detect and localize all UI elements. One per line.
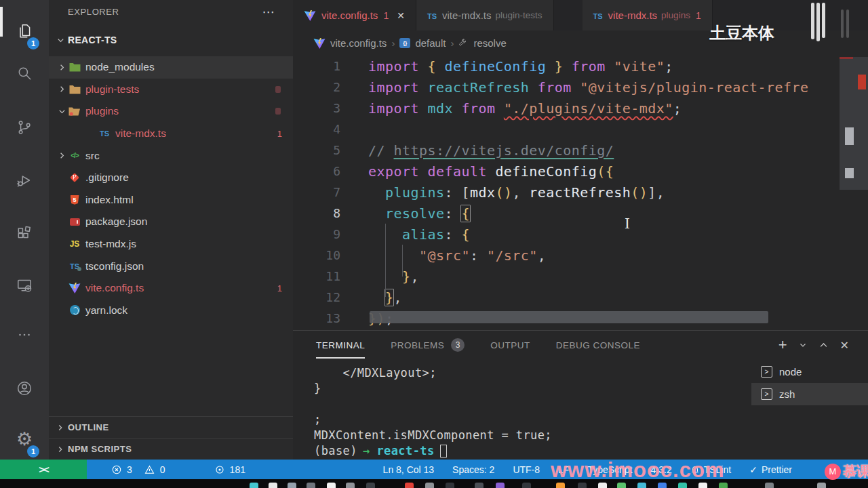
overview-mark — [845, 127, 854, 145]
file-label: package.json — [85, 216, 147, 228]
activity-item-settings[interactable]: ⚙1 — [0, 422, 49, 456]
ts-file-icon: TS — [98, 127, 111, 140]
wrench-icon — [458, 38, 469, 48]
status-item-utf-8[interactable]: UTF-8 — [513, 464, 540, 475]
file-label: vite-mdx.ts — [115, 127, 166, 140]
outline-section[interactable]: OUTLINE — [49, 416, 293, 438]
dock-app-icon[interactable] — [366, 483, 375, 488]
dock-app-icon[interactable] — [346, 483, 355, 488]
dock-app-icon[interactable] — [475, 483, 484, 488]
breadcrumb-member[interactable]: resolve — [473, 37, 506, 49]
editor-tab-viteconfigts[interactable]: vite.config.ts1✕ — [293, 0, 416, 30]
dock-app-icon[interactable] — [817, 483, 826, 488]
dock-app-icon[interactable] — [698, 483, 707, 488]
terminal-output[interactable]: </MDXLayout>;};MDXContent.isMDXComponent… — [314, 359, 552, 459]
dock-app-icon[interactable] — [327, 483, 336, 488]
tree-item-yarnlock[interactable]: yarn.lock — [49, 300, 293, 322]
dock-app-icon[interactable] — [446, 483, 454, 488]
search-icon — [16, 64, 33, 82]
dock-app-icon[interactable] — [307, 483, 315, 488]
line-number: 5 — [293, 143, 340, 157]
npm-scripts-section[interactable]: NPM SCRIPTS — [49, 438, 293, 460]
watermark-bars — [811, 3, 825, 41]
tree-item-plugins[interactable]: plugins — [49, 100, 293, 123]
breadcrumb-symbol[interactable]: default — [415, 37, 446, 49]
status-item-spaces-2[interactable]: Spaces: 2 — [452, 464, 494, 475]
code-token: export — [368, 163, 427, 180]
tree-item-indexhtml[interactable]: 5index.html — [49, 189, 293, 211]
tree-item-packagejson[interactable]: package.json — [49, 211, 293, 233]
dock-app-icon[interactable] — [765, 483, 774, 488]
activity-item-remote-explorer[interactable] — [0, 268, 49, 302]
dock-app-icon[interactable] — [522, 483, 531, 488]
chevron-right-icon — [56, 84, 68, 94]
dock-app-icon[interactable] — [658, 483, 667, 488]
problems-status[interactable]: 3 0 — [111, 464, 165, 475]
activity-item-search[interactable] — [0, 56, 49, 90]
dock-app-icon[interactable] — [598, 483, 607, 488]
dock-app-icon[interactable] — [496, 483, 505, 488]
remote-indicator[interactable]: >< — [0, 460, 87, 479]
more-actions-icon[interactable]: ⋯ — [262, 9, 275, 16]
status-item-ln-8-col-13[interactable]: Ln 8, Col 13 — [383, 464, 435, 475]
editor-tab-vite-mdxts[interactable]: TSvite-mdx.tsplugins1 — [583, 0, 713, 30]
activity-item-explorer[interactable]: 1 — [0, 14, 49, 48]
status-item-prettier[interactable]: ✓Prettier — [749, 464, 792, 475]
close-icon[interactable]: ✕ — [397, 10, 405, 21]
project-root-row[interactable]: REACT-TS — [49, 32, 293, 48]
tree-item-nodemodules[interactable]: node_modules — [49, 56, 293, 79]
activity-item-accounts[interactable] — [0, 371, 49, 405]
chevron-down-icon[interactable] — [799, 341, 807, 349]
breadcrumb-file[interactable]: vite.config.ts — [330, 37, 387, 49]
dock-app-icon[interactable] — [288, 483, 296, 488]
panel-header: TERMINALPROBLEMS3OUTPUTDEBUG CONSOLE + ✕ — [293, 331, 868, 359]
activity-item-run-debug[interactable] — [0, 163, 49, 197]
breadcrumb[interactable]: vite.config.ts › {} default › resolve — [293, 30, 868, 56]
dock-app-icon[interactable] — [269, 483, 277, 488]
activity-item-more[interactable] — [0, 318, 49, 352]
editor-tab-vite-mdxts[interactable]: TSvite-mdx.tsplugin-tests — [416, 0, 554, 30]
panel-tab-output[interactable]: OUTPUT — [490, 338, 530, 352]
tree-item-plugin-tests[interactable]: plugin-tests — [49, 79, 293, 101]
dock-app-icon[interactable] — [405, 483, 414, 488]
code-token: import — [368, 100, 427, 117]
dock-app-icon[interactable] — [556, 483, 565, 488]
terminal-session-node[interactable]: >node — [751, 361, 868, 383]
broadcast-count: 181 — [230, 464, 245, 475]
terminal-icon: > — [761, 366, 772, 378]
close-panel-icon[interactable]: ✕ — [840, 339, 849, 352]
activity-item-extensions[interactable] — [0, 216, 49, 250]
code-token: "/src" — [487, 247, 538, 264]
dock-app-icon[interactable] — [617, 483, 626, 488]
terminal-lines: </MDXLayout>;};MDXContent.isMDXComponent… — [314, 365, 552, 443]
dock-app-icon[interactable] — [637, 483, 646, 488]
dock-app-icon[interactable] — [578, 483, 587, 488]
new-terminal-icon[interactable]: + — [778, 336, 787, 354]
dock-app-icon[interactable] — [250, 483, 258, 488]
dock-app-icon[interactable] — [678, 483, 687, 488]
dock-app-icon[interactable] — [719, 483, 728, 488]
dock-app-icon[interactable] — [425, 483, 434, 488]
yarn-file-icon — [68, 304, 81, 317]
terminal-session-zsh[interactable]: >zsh — [751, 383, 868, 405]
status-item-label: Ln 8, Col 13 — [383, 464, 435, 475]
src-file-icon: </> — [68, 150, 81, 162]
terminal-line: ; — [314, 412, 552, 428]
tree-item-src[interactable]: </>src — [49, 144, 293, 167]
horizontal-scrollbar[interactable] — [370, 311, 768, 323]
tree-item-tsconfigjson[interactable]: TStsconfig.json — [49, 255, 293, 277]
code-editor[interactable]: 1import { defineConfig } from "vite";2im… — [293, 56, 868, 330]
tree-item-vite-mdxts[interactable]: TSvite-mdx.ts1 — [49, 123, 293, 145]
activity-item-source-control[interactable] — [0, 110, 49, 144]
panel-tab-debug-console[interactable]: DEBUG CONSOLE — [556, 338, 640, 352]
code-token: // — [368, 142, 393, 159]
tree-item-gitignore[interactable]: .gitignore — [49, 167, 293, 189]
tree-item-test-mdxjs[interactable]: JStest-mdx.js — [49, 233, 293, 256]
tree-item-viteconfigts[interactable]: vite.config.ts1 — [49, 277, 293, 300]
broadcast-status[interactable]: 181 — [214, 464, 245, 475]
maximize-panel-icon[interactable] — [818, 340, 829, 350]
panel-tab-terminal[interactable]: TERMINAL — [316, 338, 365, 352]
vertical-scrollbar[interactable] — [840, 57, 868, 190]
vite-icon — [304, 9, 316, 22]
panel-tab-problems[interactable]: PROBLEMS3 — [391, 338, 465, 352]
